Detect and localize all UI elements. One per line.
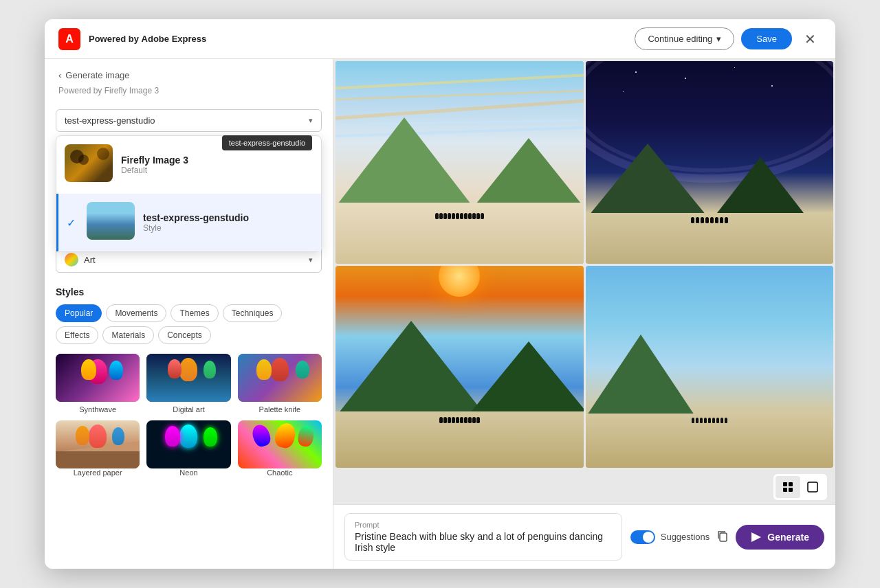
tooltip-badge: test-express-genstudio [222,135,312,150]
view-toggle [773,474,827,500]
style-tag-materials[interactable]: Materials [102,326,154,344]
svg-rect-5 [720,533,727,541]
continue-editing-button[interactable]: Continue editing ▾ [635,27,734,50]
grid-view-button[interactable] [776,476,800,498]
view-toggle-bar [333,470,835,504]
model-dropdown-menu: Firefly Image 3 Default ✓ test-express-g… [56,135,322,252]
image-cell-2[interactable] [586,61,834,264]
prompt-text[interactable]: Pristine Beach with blue sky and a lot o… [355,531,612,553]
prompt-label: Prompt [355,521,612,529]
panel-header: ‹ Generate image Powered by Firefly Imag… [45,59,333,102]
style-item-layered-paper[interactable]: Layered paper [56,420,140,477]
style-item-neon[interactable]: Neon [146,420,230,477]
svg-rect-0 [783,482,787,486]
suggestions-toggle: Suggestions [630,530,710,544]
left-panel: ‹ Generate image Powered by Firefly Imag… [45,59,333,569]
modal-header: A Powered by Adobe Express Continue edit… [45,19,835,59]
selected-checkmark: ✓ [67,216,76,229]
generate-icon [751,532,762,543]
header-left: A Powered by Adobe Express [58,28,206,50]
svg-marker-6 [751,532,761,542]
prompt-box: Prompt Pristine Beach with blue sky and … [344,513,622,561]
layered-paper-label: Layered paper [74,468,122,477]
suggestions-switch[interactable] [630,530,655,544]
firefly-option-text: Firefly Image 3 Default [121,155,313,175]
image-cell-4[interactable] [586,266,834,468]
model-selected-label: test-express-genstudio [65,115,155,126]
model-dropdown-button[interactable]: test-express-genstudio ▾ [56,109,322,132]
styles-title: Styles [56,286,322,297]
palette-knife-label: Palette knife [259,405,301,414]
toggle-knob [643,532,654,543]
firefly-option-name: Firefly Image 3 [121,155,313,166]
prompt-area: Prompt Pristine Beach with blue sky and … [333,504,835,569]
firefly-option-sub: Default [121,166,313,175]
single-icon [807,482,818,493]
style-tag-popular[interactable]: Popular [56,304,102,322]
back-icon: ‹ [58,70,61,80]
test-option-sub: Style [143,223,313,233]
style-tag-effects[interactable]: Effects [56,326,98,344]
prompt-controls: Suggestions Generate [630,525,824,550]
test-option-name: test-express-genstudio [143,212,313,223]
synthwave-label: Synthwave [79,405,116,414]
digital-art-label: Digital art [173,405,204,414]
powered-by-text: Powered by Adobe Express [89,34,206,44]
styles-section: Styles Popular Movements Themes Techniqu… [45,280,333,484]
style-tag-themes[interactable]: Themes [170,304,218,322]
header-right: Continue editing ▾ Save ✕ [635,27,822,50]
test-thumb [87,202,135,240]
panel-subtitle: Powered by Firefly Image 3 [58,86,319,95]
panel-title: Generate image [65,70,129,80]
chevron-down-icon: ▾ [716,34,721,44]
right-panel: Prompt Pristine Beach with blue sky and … [333,59,835,569]
modal: A Powered by Adobe Express Continue edit… [45,19,835,569]
image-grid [333,59,835,470]
svg-rect-1 [789,482,793,486]
image-cell-3[interactable] [336,266,584,468]
suggestions-label: Suggestions [661,532,710,542]
style-tag-movements[interactable]: Movements [106,304,166,322]
back-button[interactable]: ‹ Generate image [58,70,319,80]
style-tag-techniques[interactable]: Techniques [223,304,283,322]
svg-rect-3 [789,488,793,492]
art-icon [65,253,78,267]
synthwave-thumb [56,354,140,402]
chevron-down-icon: ▾ [309,116,313,125]
close-button[interactable]: ✕ [799,28,822,50]
copy-icon[interactable] [716,530,729,545]
model-dropdown-container: test-express-genstudio ▾ [45,102,333,139]
chevron-down-icon: ▾ [309,256,313,264]
single-view-button[interactable] [800,476,825,498]
style-item-chaotic[interactable]: Chaotic [238,420,322,477]
content-type-selected: Art [84,255,96,265]
save-button[interactable]: Save [741,28,792,49]
adobe-logo: A [58,28,80,50]
palette-knife-thumb [238,354,322,402]
digital-art-thumb [146,354,230,402]
style-tags: Popular Movements Themes Techniques Effe… [56,304,322,344]
firefly-thumb [65,144,113,182]
model-option-test[interactable]: ✓ test-express-genstudio Style [56,194,321,251]
test-option-text: test-express-genstudio Style [143,212,313,233]
svg-rect-2 [783,488,787,492]
style-item-synthwave[interactable]: Synthwave [56,354,140,414]
style-tag-concepts[interactable]: Concepts [158,326,211,344]
svg-rect-4 [808,482,817,492]
neon-label: Neon [179,468,197,477]
grid-icon [782,482,793,493]
style-grid: Synthwave Digital art [56,354,322,477]
chaotic-label: Chaotic [267,468,292,477]
generate-button[interactable]: Generate [736,525,824,550]
image-cell-1[interactable] [336,61,584,264]
modal-body: ‹ Generate image Powered by Firefly Imag… [45,59,835,569]
style-item-digital-art[interactable]: Digital art [146,354,230,414]
style-item-palette-knife[interactable]: Palette knife [238,354,322,414]
